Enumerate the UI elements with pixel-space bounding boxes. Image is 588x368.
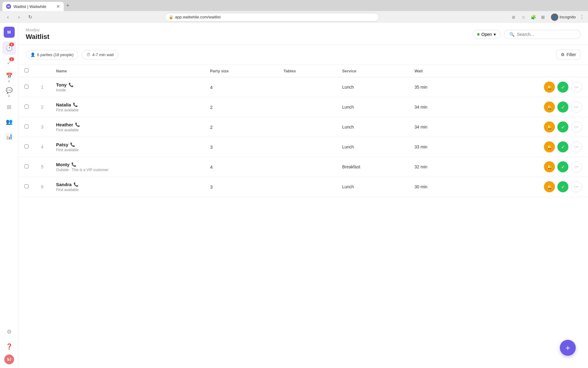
bookmark-button[interactable]: ☆: [519, 13, 528, 21]
more-button[interactable]: ···: [571, 102, 582, 113]
settings-icon: ⚙: [7, 328, 12, 335]
notify-button[interactable]: 🔔: [544, 161, 555, 172]
row-checkbox[interactable]: [24, 105, 28, 109]
sidebar-item-grid[interactable]: ⊞: [2, 100, 16, 114]
row-name-cell[interactable]: Natalia 📞First available: [50, 97, 204, 117]
filter-button[interactable]: ⚙ Filter: [556, 50, 581, 59]
add-fab-button[interactable]: +: [560, 340, 576, 356]
tab-close-button[interactable]: ✕: [56, 4, 60, 9]
phone-icon: 📞: [75, 122, 80, 127]
row-name-sub: First available: [56, 128, 198, 132]
waitlist-table: Name Party size Tables Service Wait 1Ton…: [18, 65, 588, 197]
checkin-button[interactable]: ✓: [557, 161, 568, 172]
sidebar-item-analytics[interactable]: 📊: [2, 130, 16, 143]
notify-button[interactable]: 🔔: [544, 181, 555, 192]
sidebar-item-chat[interactable]: 💬 0: [2, 86, 16, 99]
sidebar-item-timer[interactable]: 🕐 6: [2, 41, 16, 55]
row-wait: 30 min: [408, 177, 468, 197]
profile-button[interactable]: ⊞: [539, 13, 547, 21]
row-actions-cell: 🔔 ✓ ···: [468, 97, 588, 117]
row-checkbox-cell: [18, 117, 35, 137]
row-party-size: 3: [204, 137, 277, 157]
row-party-size: 2: [204, 97, 277, 117]
select-all-checkbox[interactable]: [24, 68, 28, 72]
notify-button[interactable]: 🔔: [544, 141, 555, 152]
checkin-button[interactable]: ✓: [557, 102, 568, 113]
header-left: Moodjoy Waitlist: [26, 28, 49, 41]
row-name-cell[interactable]: Patsy 📞First available: [50, 137, 204, 157]
more-button[interactable]: ···: [571, 121, 582, 132]
checkin-button[interactable]: ✓: [557, 141, 568, 152]
table-row: 2Natalia 📞First available2Lunch34 min 🔔 …: [18, 97, 588, 117]
sidebar-logo[interactable]: M: [4, 27, 15, 38]
row-name-cell[interactable]: Monty 📞Outside · This is a VIP customer: [50, 157, 204, 177]
row-service: Lunch: [336, 77, 408, 97]
row-name-cell[interactable]: Sandra 📞First available: [50, 177, 204, 197]
sidebar-item-help[interactable]: ❓: [2, 340, 16, 353]
cast-button[interactable]: ⊘: [509, 13, 518, 21]
row-actions: 🔔 ✓ ···: [474, 102, 582, 113]
active-tab[interactable]: W Waitlist | Waitwhile ✕: [2, 2, 64, 11]
row-name-sub: First available: [56, 148, 198, 152]
checkin-button[interactable]: ✓: [557, 181, 568, 192]
wait-chip: ⏱ 4-7 min wait: [82, 50, 118, 59]
notify-button[interactable]: 🔔: [544, 121, 555, 132]
row-name-text: Tony: [56, 82, 67, 87]
row-wait: 33 min: [408, 137, 468, 157]
row-tables: [277, 137, 336, 157]
browser-menu-button[interactable]: ⋮: [579, 14, 584, 20]
users-icon: 👥: [6, 118, 13, 125]
notify-button[interactable]: 🔔: [544, 82, 555, 93]
notify-button[interactable]: 🔔: [544, 102, 555, 113]
checkin-button[interactable]: ✓: [557, 82, 568, 93]
search-input[interactable]: [517, 32, 575, 37]
row-actions-cell: 🔔 ✓ ···: [468, 157, 588, 177]
th-name: Name: [50, 65, 204, 77]
table-row: 6Sandra 📞First available3Lunch30 min 🔔 ✓…: [18, 177, 588, 197]
row-checkbox[interactable]: [24, 144, 28, 148]
timer-badge: 6: [9, 43, 14, 46]
incognito-button[interactable]: 👤 Incognito: [548, 12, 578, 22]
row-actions: 🔔 ✓ ···: [474, 181, 582, 192]
row-tables: [277, 97, 336, 117]
row-checkbox[interactable]: [24, 184, 28, 188]
row-name-cell[interactable]: Tony 📞Inside: [50, 77, 204, 97]
row-tables: [277, 77, 336, 97]
status-button[interactable]: Open ▾: [473, 30, 500, 39]
more-button[interactable]: ···: [571, 181, 582, 192]
table-row: 5Monty 📞Outside · This is a VIP customer…: [18, 157, 588, 177]
row-name-cell[interactable]: Heather 📞First available: [50, 117, 204, 137]
row-party-size: 3: [204, 177, 277, 197]
sidebar-item-calendar[interactable]: 📅 0: [2, 71, 16, 84]
row-checkbox[interactable]: [24, 85, 28, 89]
search-box[interactable]: 🔍: [504, 30, 581, 39]
row-checkbox[interactable]: [24, 125, 28, 128]
row-name-text: Sandra: [56, 182, 72, 187]
chat-badge: 0: [8, 94, 10, 98]
more-button[interactable]: ···: [571, 82, 582, 93]
forward-button[interactable]: ›: [15, 13, 23, 21]
sidebar-item-settings[interactable]: ⚙: [2, 325, 16, 339]
address-bar[interactable]: 🔒 app.waitwhile.com/waitlist: [165, 13, 379, 21]
row-wait: 32 min: [408, 157, 468, 177]
sidebar-user-avatar[interactable]: SJ: [4, 355, 14, 364]
reload-button[interactable]: ↻: [26, 13, 34, 21]
sidebar-bottom: ⚙ ❓ SJ: [2, 325, 16, 364]
row-checkbox[interactable]: [24, 164, 28, 168]
table-row: 4Patsy 📞First available3Lunch33 min 🔔 ✓ …: [18, 137, 588, 157]
extensions-button[interactable]: 🧩: [529, 13, 537, 21]
calendar-badge: 0: [8, 80, 10, 83]
row-tables: [277, 117, 336, 137]
row-name-primary: Heather 📞: [56, 122, 198, 127]
checkin-button[interactable]: ✓: [557, 121, 568, 132]
new-tab-button[interactable]: +: [64, 2, 72, 9]
sidebar-item-check[interactable]: ✓ 1: [2, 56, 16, 70]
back-button[interactable]: ‹: [4, 13, 12, 21]
row-name-primary: Patsy 📞: [56, 142, 198, 147]
th-wait: Wait: [408, 65, 468, 77]
more-button[interactable]: ···: [571, 141, 582, 152]
row-name-sub: Outside · This is a VIP customer: [56, 168, 198, 172]
more-button[interactable]: ···: [571, 161, 582, 172]
analytics-icon: 📊: [6, 133, 13, 140]
sidebar-item-users[interactable]: 👥: [2, 115, 16, 128]
